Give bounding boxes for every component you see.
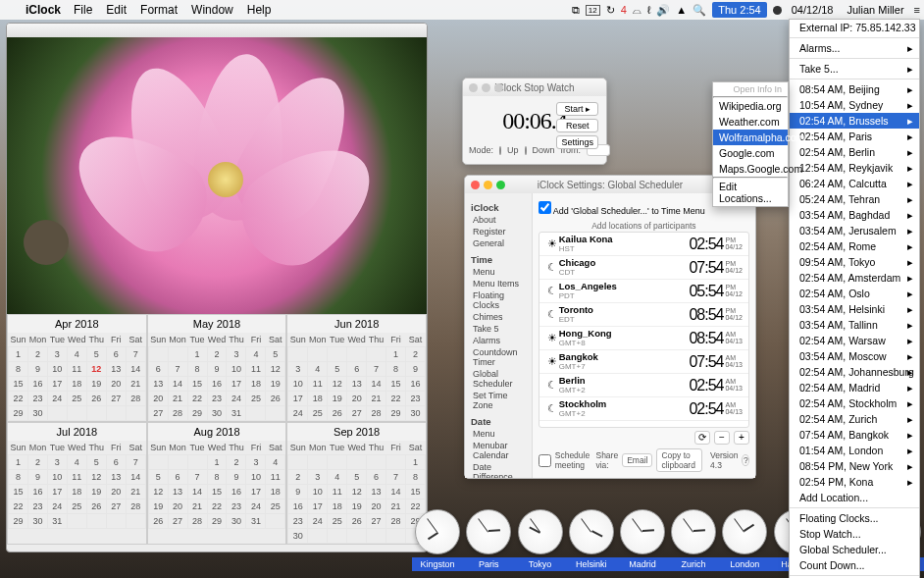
city-row[interactable]: 08:54 PM, New York (790, 458, 919, 474)
location-list[interactable]: ☀ Kailua KonaHST 02:54 PM04/12☾ ChicagoC… (539, 232, 749, 428)
floating-clock[interactable]: London (719, 506, 770, 578)
menu-window[interactable]: Window (184, 3, 240, 17)
city-row[interactable]: 02:54 PM, Kona (790, 474, 919, 490)
status-dot-icon[interactable] (773, 6, 782, 15)
location-row[interactable]: ☀ Kailua KonaHST 02:54 PM04/12 (539, 233, 748, 256)
city-row[interactable]: 02:54 AM, Berlin (790, 144, 919, 160)
take5-menu[interactable]: Take 5... (790, 61, 919, 77)
sb-menuitems[interactable]: Menu Items (471, 278, 526, 289)
stopwatch-reset-button[interactable]: Reset (556, 119, 598, 132)
alarms-menu[interactable]: Alarms... (790, 40, 919, 56)
spotlight-icon[interactable]: 🔍 (693, 4, 706, 17)
wifi-icon[interactable]: ▲ (676, 4, 687, 16)
floating-clocks-menu[interactable]: Floating Clocks... (790, 510, 919, 526)
city-row[interactable]: 01:54 AM, London (790, 443, 919, 458)
magnet-icon[interactable]: ⌓ (633, 4, 642, 17)
city-row[interactable]: 09:54 AM, Tokyo (790, 254, 919, 270)
city-row[interactable]: 02:54 AM, Brussels (790, 113, 919, 129)
refresh-button[interactable]: ⟳ (694, 431, 710, 445)
help-icon[interactable]: ? (742, 454, 749, 466)
close-icon[interactable] (471, 181, 480, 189)
script-icon[interactable]: ℓ (647, 4, 651, 16)
menu-help[interactable]: Help (240, 3, 279, 17)
menu-format[interactable]: Format (133, 3, 184, 17)
mode-up-radio[interactable] (499, 146, 501, 155)
sb-countdown[interactable]: Countdown Timer (471, 346, 526, 368)
submenu-weather[interactable]: Weather.com (713, 114, 788, 130)
city-row[interactable]: 03:54 AM, Baghdad (790, 207, 919, 223)
email-button[interactable]: Email (622, 453, 652, 467)
sb-take5[interactable]: Take 5 (471, 323, 526, 335)
add-location-button[interactable]: + (734, 431, 749, 445)
sb-timezone[interactable]: Set Time Zone (471, 390, 526, 411)
sb-menubar-cal[interactable]: Menubar Calendar (471, 440, 526, 461)
city-row[interactable]: 07:54 AM, Bangkok (790, 427, 919, 443)
copy-button[interactable]: Copy to clipboard (656, 448, 702, 472)
city-row[interactable]: 02:54 AM, Zurich (790, 411, 919, 427)
stopwatch-titlebar[interactable]: iClock Stop Watch (463, 79, 606, 96)
floating-clock[interactable]: Tokyo (514, 506, 565, 578)
sb-floating[interactable]: Floating Clocks (471, 289, 526, 311)
sync-icon[interactable]: ↻ (606, 4, 615, 17)
city-row[interactable]: 03:54 AM, Tallinn (790, 317, 919, 333)
location-row[interactable]: ☾ BerlinGMT+2 02:54 AM04/13 (539, 374, 748, 397)
city-row[interactable]: 05:24 AM, Tehran (790, 191, 919, 207)
stopwatch-settings-button[interactable]: Settings (556, 135, 598, 149)
city-row[interactable]: 10:54 AM, Sydney (790, 97, 919, 113)
floating-clock[interactable]: Kingston (412, 506, 463, 578)
location-row[interactable]: ☾ ChicagoCDT 07:54 PM04/12 (539, 256, 748, 280)
location-row[interactable]: ☀ BangkokGMT+7 07:54 AM04/13 (539, 350, 748, 374)
city-row[interactable]: 03:54 AM, Helsinki (790, 301, 919, 317)
app-title[interactable]: iClock (20, 3, 67, 17)
floating-clock[interactable]: Helsinki (566, 506, 617, 578)
menubar-user[interactable]: Julian Miller (844, 4, 908, 16)
submenu-wikipedia[interactable]: Wikipedia.org (713, 98, 788, 114)
stopwatch-menu[interactable]: Stop Watch... (790, 526, 919, 542)
dropbox-icon[interactable]: ⧉ (572, 4, 580, 17)
city-row[interactable]: 02:54 AM, Madrid (790, 380, 919, 395)
calendar-icon[interactable]: 12 (586, 5, 600, 16)
menubar-clock[interactable]: Thu 2:54 (712, 2, 766, 18)
notification-badge[interactable]: 4 (621, 4, 627, 16)
minimize-icon[interactable] (482, 83, 490, 92)
location-row[interactable]: ☾ Los_AngelesPDT 05:54 PM04/12 (539, 280, 748, 303)
sb-about[interactable]: About (471, 214, 526, 226)
city-row[interactable]: 03:54 AM, Moscow (790, 348, 919, 364)
city-row[interactable]: 02:54 AM, Warsaw (790, 333, 919, 348)
sb-general[interactable]: General (471, 237, 526, 249)
city-row[interactable]: 02:54 AM, Johannesburg (790, 364, 919, 380)
close-icon[interactable] (469, 83, 478, 92)
floating-clock[interactable]: Madrid (617, 506, 668, 578)
zoom-icon[interactable] (496, 181, 505, 189)
city-row[interactable]: 02:54 AM, Stockholm (790, 395, 919, 411)
city-row[interactable]: 02:54 AM, Oslo (790, 286, 919, 301)
city-row[interactable]: 03:54 AM, Jerusalem (790, 223, 919, 238)
menu-edit[interactable]: Edit (99, 3, 133, 17)
city-row[interactable]: 12:54 AM, Reykjavik (790, 160, 919, 176)
add-location-menu[interactable]: Add Location... (790, 490, 919, 505)
global-scheduler-menu[interactable]: Global Scheduler... (790, 542, 919, 557)
sb-register[interactable]: Register (471, 226, 526, 237)
city-row[interactable]: 06:24 AM, Calcutta (790, 176, 919, 191)
sb-datediff[interactable]: Date Difference (471, 461, 526, 478)
city-row[interactable]: 02:54 AM, Amsterdam (790, 270, 919, 286)
schedule-checkbox[interactable] (539, 454, 551, 467)
submenu-google[interactable]: Google.com (713, 145, 788, 161)
sb-globalscheduler[interactable]: Global Scheduler (471, 368, 526, 390)
sb-menu[interactable]: Menu (471, 266, 526, 278)
city-row[interactable]: 02:54 AM, Rome (790, 238, 919, 254)
volume-icon[interactable]: 🔊 (656, 4, 670, 17)
sb-alarms[interactable]: Alarms (471, 335, 526, 346)
submenu-wolfram[interactable]: Wolframalpha.com (713, 130, 788, 145)
stopwatch-start-button[interactable]: Start ▸ (556, 102, 598, 116)
location-row[interactable]: ☾ StockholmGMT+2 02:54 AM04/13 (539, 397, 748, 421)
city-row[interactable]: 08:54 AM, Beijing (790, 81, 919, 97)
zoom-icon[interactable] (494, 83, 503, 92)
floating-clock[interactable]: Zurich (668, 506, 719, 578)
calendar-titlebar[interactable] (7, 24, 427, 37)
floating-clock[interactable]: Paris (463, 506, 514, 578)
mode-down-radio[interactable] (525, 146, 527, 155)
sb-chimes[interactable]: Chimes (471, 311, 526, 323)
minimize-icon[interactable] (484, 181, 492, 189)
location-row[interactable]: ☾ TorontoEDT 08:54 PM04/12 (539, 303, 748, 327)
